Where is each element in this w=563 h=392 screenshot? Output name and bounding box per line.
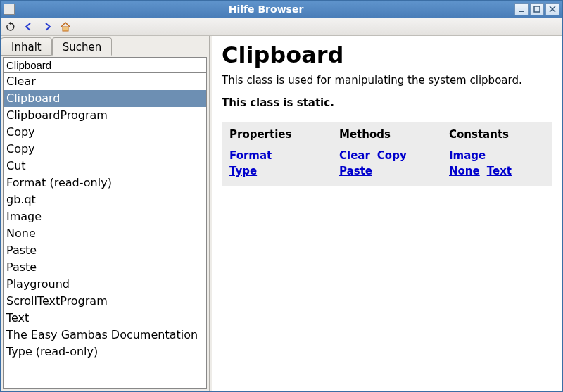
forward-icon	[42, 22, 52, 32]
list-item[interactable]: gb.qt	[4, 191, 206, 208]
list-item[interactable]: Copy	[4, 141, 206, 158]
close-button[interactable]	[545, 3, 559, 15]
list-item[interactable]: ClipboardProgram	[4, 107, 206, 124]
list-item[interactable]: Clear	[4, 73, 206, 90]
doc-description: This class is used for manipulating the …	[222, 74, 552, 87]
tab-row: Inhalt Suchen	[1, 36, 209, 56]
list-item[interactable]: Format (read-only)	[4, 175, 206, 191]
list-item[interactable]: Playground	[4, 276, 206, 293]
forward-button[interactable]	[42, 21, 53, 32]
member-link[interactable]: Clear	[339, 149, 370, 162]
header-properties: Properties	[222, 122, 332, 145]
member-link[interactable]: Paste	[339, 165, 372, 177]
home-icon	[60, 21, 71, 32]
titlebar: Hilfe Browser	[1, 1, 562, 18]
maximize-icon	[533, 6, 540, 13]
member-link[interactable]: Type	[229, 165, 257, 177]
member-link[interactable]: Copy	[377, 149, 407, 162]
cell-methods: ClearCopyPaste	[332, 145, 442, 186]
refresh-icon	[6, 22, 15, 32]
member-link[interactable]: Image	[449, 149, 486, 162]
tab-suchen[interactable]: Suchen	[52, 37, 113, 56]
header-methods: Methods	[332, 122, 442, 145]
cell-properties: FormatType	[222, 145, 332, 186]
member-link[interactable]: Text	[487, 165, 512, 177]
list-item[interactable]: Text	[4, 310, 206, 327]
window-title: Hilfe Browser	[19, 4, 513, 15]
cell-constants: ImageNoneText	[442, 145, 552, 186]
member-link[interactable]: Format	[229, 149, 272, 162]
search-results-list[interactable]: ClearClipboardClipboardProgramCopyCopyCu…	[3, 72, 207, 389]
list-item[interactable]: Paste	[4, 259, 206, 276]
toolbar	[1, 18, 562, 36]
minimize-button[interactable]	[514, 3, 529, 15]
maximize-button[interactable]	[530, 3, 544, 15]
back-icon	[24, 22, 34, 32]
tab-inhalt[interactable]: Inhalt	[1, 37, 52, 56]
doc-pane: Clipboard This class is used for manipul…	[212, 36, 562, 391]
members-table: Properties Methods Constants FormatType …	[222, 122, 552, 186]
list-item[interactable]: The Easy Gambas Documentation	[4, 327, 206, 343]
content-area: Inhalt Suchen ClearClipboardClipboardPro…	[1, 36, 562, 391]
members-body-row: FormatType ClearCopyPaste ImageNoneText	[222, 145, 552, 186]
list-item[interactable]: Type (read-only)	[4, 343, 206, 360]
list-item[interactable]: Paste	[4, 242, 206, 259]
svg-rect-1	[534, 6, 540, 12]
list-item[interactable]: Cut	[4, 158, 206, 175]
list-item[interactable]: None	[4, 225, 206, 242]
search-input[interactable]	[3, 57, 207, 72]
list-item[interactable]: Clipboard	[4, 90, 206, 107]
header-constants: Constants	[442, 122, 552, 145]
list-item[interactable]: ScrollTextProgram	[4, 293, 206, 310]
doc-static-note: This class is static.	[222, 96, 552, 109]
home-button[interactable]	[60, 21, 71, 32]
close-icon	[549, 6, 556, 13]
back-button[interactable]	[23, 21, 34, 32]
doc-title: Clipboard	[222, 42, 552, 68]
list-item[interactable]: Image	[4, 208, 206, 225]
member-link[interactable]: None	[449, 165, 480, 177]
svg-rect-4	[63, 27, 68, 31]
minimize-icon	[518, 6, 525, 13]
refresh-button[interactable]	[5, 21, 16, 32]
members-header-row: Properties Methods Constants	[222, 122, 552, 145]
left-pane: Inhalt Suchen ClearClipboardClipboardPro…	[1, 36, 210, 391]
app-icon	[4, 4, 15, 15]
list-item[interactable]: Copy	[4, 124, 206, 141]
